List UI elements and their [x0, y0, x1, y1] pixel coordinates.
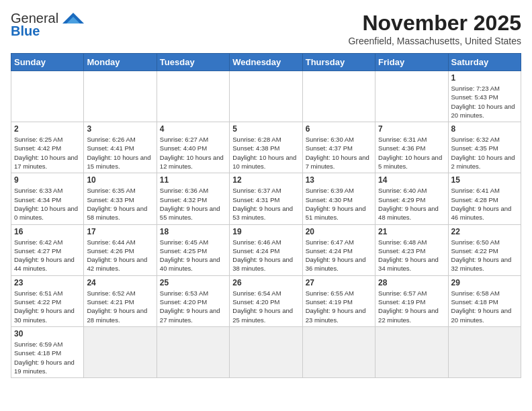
logo-blue-text: Blue — [11, 24, 40, 39]
calendar-cell: 28Sunrise: 6:57 AM Sunset: 4:19 PM Dayli… — [375, 275, 448, 326]
calendar-cell: 19Sunrise: 6:46 AM Sunset: 4:24 PM Dayli… — [230, 224, 302, 275]
day-number: 23 — [14, 278, 81, 287]
calendar-cell: 24Sunrise: 6:52 AM Sunset: 4:21 PM Dayli… — [84, 275, 157, 326]
day-number: 15 — [451, 175, 518, 185]
day-info: Sunrise: 6:54 AM Sunset: 4:20 PM Dayligh… — [232, 289, 299, 324]
calendar-cell: 11Sunrise: 6:36 AM Sunset: 4:32 PM Dayli… — [157, 173, 229, 224]
day-info: Sunrise: 6:25 AM Sunset: 4:42 PM Dayligh… — [14, 135, 81, 171]
calendar-cell: 25Sunrise: 6:53 AM Sunset: 4:20 PM Dayli… — [157, 275, 229, 326]
day-number: 16 — [14, 227, 81, 236]
calendar-cell: 22Sunrise: 6:50 AM Sunset: 4:22 PM Dayli… — [448, 224, 521, 275]
calendar-cell: 26Sunrise: 6:54 AM Sunset: 4:20 PM Dayli… — [230, 275, 302, 326]
day-number: 10 — [87, 175, 153, 185]
day-number: 14 — [378, 175, 445, 185]
calendar-cell: 27Sunrise: 6:55 AM Sunset: 4:19 PM Dayli… — [302, 275, 375, 326]
day-info: Sunrise: 6:53 AM Sunset: 4:20 PM Dayligh… — [160, 289, 226, 324]
calendar-cell — [230, 326, 302, 377]
day-info: Sunrise: 6:45 AM Sunset: 4:25 PM Dayligh… — [160, 238, 226, 273]
calendar-cell: 12Sunrise: 6:37 AM Sunset: 4:31 PM Dayli… — [230, 173, 302, 224]
day-info: Sunrise: 6:46 AM Sunset: 4:24 PM Dayligh… — [232, 238, 299, 273]
calendar-cell: 6Sunrise: 6:30 AM Sunset: 4:37 PM Daylig… — [302, 122, 375, 173]
calendar-cell: 8Sunrise: 6:32 AM Sunset: 4:35 PM Daylig… — [448, 122, 521, 173]
day-info: Sunrise: 6:47 AM Sunset: 4:24 PM Dayligh… — [306, 238, 372, 273]
location: Greenfield, Massachusetts, United States — [348, 36, 521, 46]
day-info: Sunrise: 6:39 AM Sunset: 4:30 PM Dayligh… — [306, 186, 372, 222]
weekday-header-wednesday: Wednesday — [230, 54, 302, 71]
day-info: Sunrise: 6:59 AM Sunset: 4:18 PM Dayligh… — [14, 340, 81, 375]
day-info: Sunrise: 6:52 AM Sunset: 4:21 PM Dayligh… — [87, 289, 153, 324]
calendar-cell: 17Sunrise: 6:44 AM Sunset: 4:26 PM Dayli… — [84, 224, 157, 275]
day-info: Sunrise: 6:28 AM Sunset: 4:38 PM Dayligh… — [232, 135, 299, 171]
week-row-1: 1Sunrise: 7:23 AM Sunset: 5:43 PM Daylig… — [11, 71, 521, 122]
day-number: 17 — [87, 227, 153, 236]
day-number: 19 — [232, 227, 299, 236]
day-info: Sunrise: 6:31 AM Sunset: 4:36 PM Dayligh… — [378, 135, 445, 171]
day-number: 28 — [378, 278, 445, 287]
calendar-cell: 3Sunrise: 6:26 AM Sunset: 4:41 PM Daylig… — [84, 122, 157, 173]
calendar-cell: 9Sunrise: 6:33 AM Sunset: 4:34 PM Daylig… — [11, 173, 84, 224]
day-number: 22 — [451, 227, 518, 236]
day-number: 24 — [87, 278, 153, 287]
day-info: Sunrise: 6:26 AM Sunset: 4:41 PM Dayligh… — [87, 135, 153, 171]
week-row-4: 16Sunrise: 6:42 AM Sunset: 4:27 PM Dayli… — [11, 224, 521, 275]
calendar-cell — [84, 326, 157, 377]
weekday-header-tuesday: Tuesday — [157, 54, 229, 71]
day-number: 29 — [451, 278, 518, 287]
day-number: 5 — [232, 124, 299, 134]
calendar-cell: 4Sunrise: 6:27 AM Sunset: 4:40 PM Daylig… — [157, 122, 229, 173]
calendar-cell: 10Sunrise: 6:35 AM Sunset: 4:33 PM Dayli… — [84, 173, 157, 224]
day-number: 12 — [232, 175, 299, 185]
day-number: 21 — [378, 227, 445, 236]
day-info: Sunrise: 6:51 AM Sunset: 4:22 PM Dayligh… — [14, 289, 81, 324]
day-info: Sunrise: 6:58 AM Sunset: 4:18 PM Dayligh… — [451, 289, 518, 324]
day-number: 6 — [306, 124, 372, 134]
day-number: 20 — [306, 227, 372, 236]
page-header: General Blue November 2025 Greenfield, M… — [11, 11, 521, 46]
week-row-5: 23Sunrise: 6:51 AM Sunset: 4:22 PM Dayli… — [11, 275, 521, 326]
weekday-header-saturday: Saturday — [448, 54, 521, 71]
week-row-2: 2Sunrise: 6:25 AM Sunset: 4:42 PM Daylig… — [11, 122, 521, 173]
calendar-cell — [375, 326, 448, 377]
calendar-cell — [448, 326, 521, 377]
calendar-cell: 20Sunrise: 6:47 AM Sunset: 4:24 PM Dayli… — [302, 224, 375, 275]
calendar-cell — [157, 71, 229, 122]
day-info: Sunrise: 6:30 AM Sunset: 4:37 PM Dayligh… — [306, 135, 372, 171]
day-info: Sunrise: 6:44 AM Sunset: 4:26 PM Dayligh… — [87, 238, 153, 273]
day-info: Sunrise: 6:37 AM Sunset: 4:31 PM Dayligh… — [232, 186, 299, 222]
day-number: 2 — [14, 124, 81, 134]
day-info: Sunrise: 6:40 AM Sunset: 4:29 PM Dayligh… — [378, 186, 445, 222]
calendar-cell: 1Sunrise: 7:23 AM Sunset: 5:43 PM Daylig… — [448, 71, 521, 122]
calendar-cell: 23Sunrise: 6:51 AM Sunset: 4:22 PM Dayli… — [11, 275, 84, 326]
calendar-cell — [302, 71, 375, 122]
calendar-cell: 21Sunrise: 6:48 AM Sunset: 4:23 PM Dayli… — [375, 224, 448, 275]
day-number: 3 — [87, 124, 153, 134]
calendar-cell: 13Sunrise: 6:39 AM Sunset: 4:30 PM Dayli… — [302, 173, 375, 224]
calendar-cell: 2Sunrise: 6:25 AM Sunset: 4:42 PM Daylig… — [11, 122, 84, 173]
day-info: Sunrise: 6:36 AM Sunset: 4:32 PM Dayligh… — [160, 186, 226, 222]
day-info: Sunrise: 6:50 AM Sunset: 4:22 PM Dayligh… — [451, 238, 518, 273]
day-info: Sunrise: 7:23 AM Sunset: 5:43 PM Dayligh… — [451, 84, 518, 120]
calendar-cell — [230, 71, 302, 122]
day-info: Sunrise: 6:57 AM Sunset: 4:19 PM Dayligh… — [378, 289, 445, 324]
day-number: 8 — [451, 124, 518, 134]
day-info: Sunrise: 6:35 AM Sunset: 4:33 PM Dayligh… — [87, 186, 153, 222]
day-number: 30 — [14, 329, 81, 338]
day-info: Sunrise: 6:32 AM Sunset: 4:35 PM Dayligh… — [451, 135, 518, 171]
week-row-6: 30Sunrise: 6:59 AM Sunset: 4:18 PM Dayli… — [11, 326, 521, 377]
day-number: 1 — [451, 73, 518, 83]
day-info: Sunrise: 6:33 AM Sunset: 4:34 PM Dayligh… — [14, 186, 81, 222]
day-number: 18 — [160, 227, 226, 236]
day-number: 26 — [232, 278, 299, 287]
weekday-header-friday: Friday — [375, 54, 448, 71]
day-number: 7 — [378, 124, 445, 134]
month-title: November 2025 — [348, 11, 521, 36]
calendar-cell: 16Sunrise: 6:42 AM Sunset: 4:27 PM Dayli… — [11, 224, 84, 275]
weekday-header-row: SundayMondayTuesdayWednesdayThursdayFrid… — [11, 54, 521, 71]
calendar-cell: 18Sunrise: 6:45 AM Sunset: 4:25 PM Dayli… — [157, 224, 229, 275]
calendar-cell: 5Sunrise: 6:28 AM Sunset: 4:38 PM Daylig… — [230, 122, 302, 173]
calendar-cell — [302, 326, 375, 377]
calendar-cell: 15Sunrise: 6:41 AM Sunset: 4:28 PM Dayli… — [448, 173, 521, 224]
day-number: 11 — [160, 175, 226, 185]
logo-icon — [61, 11, 85, 26]
day-info: Sunrise: 6:41 AM Sunset: 4:28 PM Dayligh… — [451, 186, 518, 222]
